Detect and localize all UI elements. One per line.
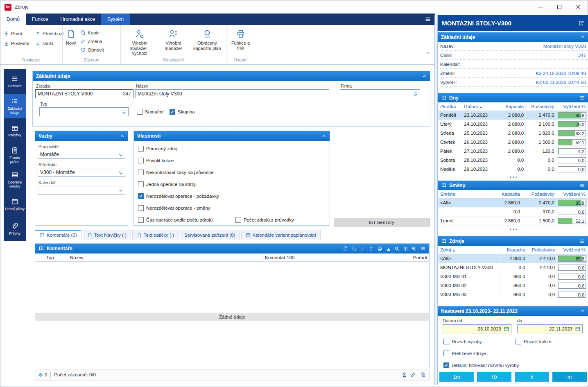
collapse-chevron-icon[interactable] bbox=[422, 74, 427, 79]
new-record-button[interactable]: Nový bbox=[66, 27, 76, 56]
column-header-nazev[interactable]: Název bbox=[68, 253, 263, 261]
open-external-icon[interactable] bbox=[578, 20, 584, 26]
sum-icon[interactable]: Σ bbox=[403, 371, 406, 378]
ribbon-tab-hromadne-akce[interactable]: Hromadné akce bbox=[54, 14, 101, 25]
sidebar-item-denni-plany[interactable]: Denní plány bbox=[4, 192, 26, 217]
column-header-komentar[interactable]: Komentář 100 bbox=[263, 253, 405, 261]
pocet-zdroju-checkbox[interactable]: Počet zdrojů z průvodky bbox=[235, 217, 294, 223]
table-row[interactable]: Pondělí23.10.20232 880,02 470,085,8 bbox=[439, 111, 588, 120]
sumacni-checkbox[interactable]: Sumační bbox=[137, 109, 163, 115]
table-row[interactable]: Úterý24.10.20232 880,02 190,076,0 bbox=[439, 120, 588, 129]
new-document-icon[interactable] bbox=[343, 246, 348, 251]
column-header[interactable]: Požadavky bbox=[526, 102, 556, 111]
table-row[interactable]: V300-MS-02960,00,00,0 bbox=[439, 281, 588, 290]
menu-icon[interactable] bbox=[579, 183, 585, 188]
clock-button[interactable] bbox=[477, 372, 511, 382]
scale-1m-button[interactable]: 1m bbox=[439, 372, 474, 382]
column-header[interactable]: Datum ▲ bbox=[462, 102, 496, 111]
collapse-chevron-icon[interactable] bbox=[581, 35, 585, 39]
section-splitter[interactable] bbox=[438, 226, 588, 231]
table-row[interactable]: Pátek27.10.20232 880,0120,04,2 bbox=[439, 147, 588, 156]
lookup-chevron-icon[interactable] bbox=[122, 110, 126, 114]
column-header[interactable]: Požadavky bbox=[522, 190, 556, 198]
datum-do-input[interactable]: 22.11.2023 bbox=[517, 324, 583, 333]
production-manager-default-button[interactable]: Výrobní manažer - výchozí bbox=[124, 27, 155, 56]
column-header[interactable]: Kapacita bbox=[496, 102, 525, 111]
close-button[interactable] bbox=[569, 0, 588, 14]
nazev-input[interactable]: Montážní stoly V300 bbox=[135, 89, 329, 98]
lookup-chevron-icon[interactable] bbox=[414, 92, 418, 96]
detailni-filtrovani-checkbox[interactable]: Detailní filtrování rozvrhu výroby bbox=[443, 362, 519, 368]
collapse-chevron-icon[interactable] bbox=[322, 134, 326, 138]
collapse-chevron-icon[interactable] bbox=[581, 309, 585, 313]
sidebar-item-seznam[interactable]: Seznam bbox=[4, 69, 26, 94]
column-header[interactable]: Vytížení % bbox=[556, 102, 587, 111]
production-manager-button[interactable]: Výrobní manažer bbox=[158, 27, 189, 56]
firma-input[interactable] bbox=[340, 89, 420, 98]
tab-text-paticky[interactable]: Text patičky ( ) bbox=[132, 230, 179, 240]
table-row[interactable]: Sobota28.10.20230,00,00,0 bbox=[439, 156, 588, 165]
delete-icon[interactable] bbox=[369, 246, 374, 251]
menu-icon[interactable] bbox=[420, 246, 426, 251]
povolit-kolize-preview-checkbox[interactable]: Povolit kolize bbox=[516, 339, 551, 344]
zkratka-input[interactable]: MONTAZNI STOLY-V300 347 bbox=[35, 89, 133, 98]
table-row[interactable]: 1ranní2 880,01 500,052,1 bbox=[439, 216, 588, 225]
refresh-record-button[interactable]: Obnovit bbox=[80, 47, 104, 52]
copy-grid-icon[interactable] bbox=[420, 372, 426, 378]
tab-text-hlavicky[interactable]: Text hlavičky ( ) bbox=[83, 230, 131, 240]
table-row[interactable]: Neděle29.10.20230,00,00,0 bbox=[439, 165, 588, 174]
column-header[interactable]: Vytížení % bbox=[557, 246, 588, 254]
calendar-icon[interactable] bbox=[504, 326, 509, 332]
sidebar-item-prilohy[interactable]: Přílohy bbox=[4, 217, 26, 241]
columns-icon[interactable] bbox=[403, 246, 408, 251]
tab-servisovana-zarizeni[interactable]: Servisovaná zařízení (0) bbox=[180, 230, 240, 240]
kalendar-input[interactable] bbox=[38, 186, 125, 195]
zoom-settings-icon[interactable] bbox=[412, 246, 417, 251]
scale-h-button[interactable]: h bbox=[515, 372, 549, 382]
column-header[interactable]: Zkratka bbox=[439, 102, 462, 111]
nav-first-button[interactable]: První bbox=[4, 29, 29, 38]
menu-icon[interactable] bbox=[579, 95, 585, 101]
panel-splitter[interactable] bbox=[434, 15, 438, 385]
column-header[interactable]: Vytížení % bbox=[556, 190, 587, 198]
chevron-down-icon[interactable] bbox=[119, 188, 123, 192]
table-row[interactable]: <All>2 880,02 470,085,8 bbox=[439, 198, 588, 207]
functions-print-button[interactable]: Funkce a tisk bbox=[230, 27, 251, 50]
sidebar-item-operace-vyroby[interactable]: Operace výroby bbox=[4, 167, 26, 192]
sidebar-item-fronta-prace[interactable]: Fronta práce bbox=[4, 143, 26, 167]
edit-icon[interactable] bbox=[410, 372, 416, 378]
iot-senzory-button[interactable]: IoT Senzory bbox=[334, 218, 430, 226]
search-icon[interactable] bbox=[394, 246, 400, 251]
stredisko-input[interactable]: V300 - Montáže bbox=[38, 168, 125, 177]
column-header[interactable]: Požadavky bbox=[527, 246, 557, 254]
tab-kalendare-variant[interactable]: Kalendáře variant zaplánování bbox=[241, 230, 321, 240]
column-header[interactable]: Zdroj ▲ bbox=[439, 246, 500, 254]
table-row[interactable]: <All>2 880,02 470,085,8 bbox=[439, 254, 588, 263]
nav-previous-button[interactable]: Předchozí bbox=[35, 29, 64, 38]
ribbon-tab-system[interactable]: Systém bbox=[101, 14, 130, 25]
section-splitter[interactable] bbox=[438, 174, 588, 179]
cas-operace-checkbox[interactable]: Čas operace podle počtu zdrojů bbox=[138, 217, 213, 223]
edit-record-button[interactable]: Změna bbox=[80, 38, 104, 44]
lookup-chevron-icon[interactable] bbox=[119, 152, 123, 156]
column-header[interactable]: Směna bbox=[439, 190, 486, 198]
menu-icon[interactable] bbox=[579, 238, 585, 244]
table-row[interactable]: 0,0970,00,0 bbox=[439, 207, 588, 216]
copy-record-button[interactable]: Kopie bbox=[80, 30, 104, 35]
ribbon-menu-icon[interactable] bbox=[421, 14, 435, 25]
sidebar-item-zakladni-udaje[interactable]: Základní údaje bbox=[4, 94, 26, 118]
chart-icon[interactable] bbox=[386, 246, 391, 251]
tab-komentare[interactable]: Komentáře (0) bbox=[35, 230, 81, 240]
nav-last-button[interactable]: Poslední bbox=[4, 39, 29, 48]
pomocny-zdroj-checkbox[interactable]: Pomocný zdroj bbox=[138, 146, 177, 152]
table-row[interactable]: Středa25.10.20232 880,01 820,063,2 bbox=[439, 129, 588, 138]
print-icon[interactable] bbox=[377, 246, 382, 251]
column-header[interactable]: Kapacita bbox=[500, 246, 527, 254]
lookup-chevron-icon[interactable] bbox=[119, 170, 123, 174]
skupina-checkbox[interactable]: Skupina bbox=[170, 109, 195, 115]
collapse-chevron-icon[interactable] bbox=[120, 134, 124, 138]
table-row[interactable]: Čtvrtek26.10.20232 880,01 500,052,1 bbox=[439, 138, 588, 147]
table-row[interactable]: V300-MS-01960,00,00,0 bbox=[439, 272, 588, 281]
nerozdelovat-smeny-checkbox[interactable]: Nerozdělovat operace - směny bbox=[138, 205, 210, 211]
table-row[interactable]: V300-MS-03960,00,00,0 bbox=[439, 290, 588, 299]
